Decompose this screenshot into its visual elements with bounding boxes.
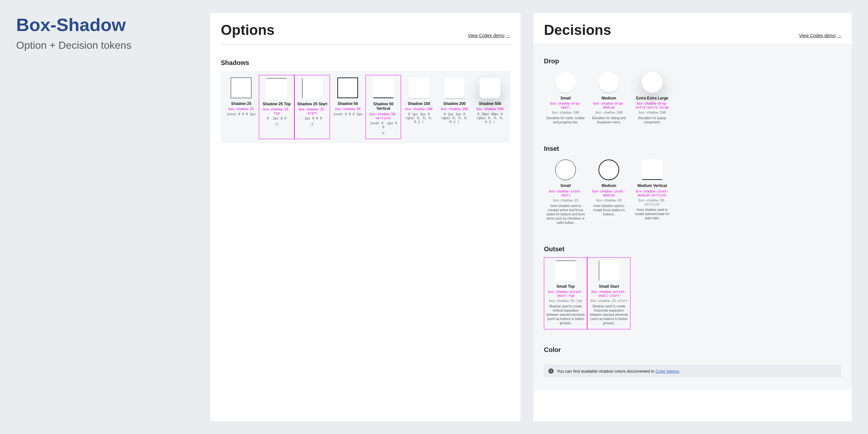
arrow-right-icon: → <box>837 33 841 38</box>
info-text-prefix: You can find available shadow colors doc… <box>557 369 655 374</box>
swatch-preview <box>555 72 576 93</box>
swatch-alias: box-shadow-50-vertical <box>632 199 672 206</box>
swatch-name: Shadow 500 <box>479 101 501 106</box>
swatch-preview <box>598 160 619 180</box>
outset-swatch-row: Small Top box-shadow-outset-small-top bo… <box>544 257 841 332</box>
swatch-value: inset 0 0 0 1px <box>226 112 256 116</box>
swatch-name: Medium <box>602 183 616 188</box>
swatch-value: 0 20px 48px 0 rgba( 0, 0, 0, 0.2 ) <box>474 112 506 124</box>
swatch-inset-small: Small box-shadow-inset-small box-shadow-… <box>544 157 587 228</box>
swatch-token: box-shadow-50 <box>335 107 360 111</box>
view-codex-demo-link[interactable]: View Codex demo → <box>799 33 841 38</box>
swatch-alias: box-shadow-25-top <box>549 299 582 303</box>
swatch-name: Shadow 100 <box>408 101 430 106</box>
swatch-name: Shadow 50 Vertical <box>368 102 399 111</box>
swatch-token: box-shadow-25 <box>228 107 254 111</box>
swatch-preview <box>598 260 619 281</box>
swatch-token: box-shadow-25-start <box>297 107 328 115</box>
swatch-preview <box>555 160 576 180</box>
drop-section-label: Drop <box>533 43 852 69</box>
swatch-value: 0 -1px 0 0 <box>267 116 286 121</box>
swatch-preview <box>231 77 251 98</box>
swatch-preview <box>373 78 394 99</box>
swatch-token: box-shadow-outset-small-start <box>589 290 628 298</box>
swatch-drop-medium: Medium box-shadow-drop-medium box-shadow… <box>587 69 630 128</box>
drop-swatch-row: Small box-shadow-drop-small box-shadow-1… <box>544 69 841 131</box>
codex-link-label: View Codex demo <box>468 33 504 38</box>
swatch-alias: box-shadow-25 <box>553 199 578 202</box>
swatch-description: Elevation for dialog and dropdown menu. <box>589 116 628 124</box>
shadows-section-label: Shadows <box>210 45 521 71</box>
swatch-preview <box>337 77 358 98</box>
options-heading: Options <box>221 22 274 38</box>
swatch-shadow-25: Shadow 25 box-shadow-25 inset 0 0 0 1px <box>223 75 259 139</box>
swatch-alias: box-shadow-25-start <box>590 299 627 303</box>
swatch-value: inset 0 0 0 2px <box>333 112 362 116</box>
swatch-preview <box>598 72 619 93</box>
swatch-name: Extra Extra Large <box>636 96 668 100</box>
swatch-value: 0 1px 1px 0 rgba( 0, 0, 0, 0.2 ) <box>403 112 435 124</box>
outset-section-label: Outset <box>533 231 852 257</box>
swatch-name: Small Top <box>556 284 575 289</box>
swatch-alias: box-shadow-50 <box>596 199 621 202</box>
swatch-description: Inner shadow used to create focus states… <box>589 204 628 216</box>
swatch-token: box-shadow-500 <box>476 107 503 111</box>
swatch-inset-medium-vertical: Medium Vertical box-shadow-inset-medium-… <box>630 157 674 228</box>
swatch-preview <box>302 78 322 99</box>
swatch-name: Shadow 25 <box>231 101 251 106</box>
swatch-name: Shadow 25 Start <box>297 102 328 106</box>
swatch-name: Shadow 200 <box>443 101 466 106</box>
swatch-value: inset 0 -2px 0 0 <box>368 122 399 129</box>
swatch-description: Inner shadow used to create selected sta… <box>632 208 672 220</box>
view-codex-demo-link[interactable]: View Codex demo → <box>468 33 510 38</box>
options-panel: Options View Codex demo → Shadows Shadow… <box>210 13 521 421</box>
swatch-outset-small-top: Small Top box-shadow-outset-small-top bo… <box>544 257 587 329</box>
swatch-name: Medium <box>602 96 616 100</box>
chip-icon: ▾ <box>310 122 314 126</box>
swatch-token: box-shadow-25-top <box>261 107 292 115</box>
swatch-drop-small: Small box-shadow-drop-small box-shadow-1… <box>544 69 587 128</box>
swatch-token: box-shadow-inset-medium <box>589 190 628 197</box>
swatch-value: -1px 0 0 0 <box>303 116 322 121</box>
swatch-token: box-shadow-drop-small <box>546 102 585 109</box>
swatch-alias: box-shadow-200 <box>595 111 622 114</box>
swatch-name: Small <box>560 96 571 100</box>
swatch-preview <box>642 72 662 93</box>
swatch-drop-xxl: Extra Extra Large box-shadow-drop-extra-… <box>630 69 674 128</box>
color-tokens-link[interactable]: Color tokens <box>656 369 679 374</box>
decisions-heading: Decisions <box>544 22 611 38</box>
title-block: Box-Shadow Option + Decision tokens <box>16 13 197 421</box>
chip-icon: ▾ <box>381 131 385 135</box>
swatch-preview <box>479 77 500 98</box>
page-title: Box-Shadow <box>16 15 197 35</box>
swatch-alias: box-shadow-500 <box>639 111 666 114</box>
swatch-description: Elevation for popup component. <box>632 116 672 124</box>
swatch-token: box-shadow-drop-extra-extra-large <box>632 102 672 109</box>
swatch-shadow-50-vertical: Shadow 50 Vertical box-shadow-50-vertica… <box>366 75 401 139</box>
inset-section-label: Inset <box>533 131 852 157</box>
swatch-description: Shadow used to create horizontal separat… <box>589 304 628 325</box>
swatch-name: Shadow 50 <box>338 101 358 106</box>
swatch-name: Small <box>560 183 571 188</box>
inset-swatch-row: Small box-shadow-inset-small box-shadow-… <box>544 157 841 231</box>
swatch-shadow-50: Shadow 50 box-shadow-50 inset 0 0 0 2px <box>330 75 366 139</box>
swatch-value: 0 2px 2px 0 rgba( 0, 0, 0, 0.2 ) <box>438 112 470 124</box>
chip-icon: ▾ <box>275 122 279 126</box>
swatch-description: Inner shadow used to created active and … <box>546 204 585 225</box>
decisions-panel: Decisions View Codex demo → Drop Small b… <box>533 13 852 421</box>
codex-link-label: View Codex demo <box>799 33 836 38</box>
swatch-preview <box>642 160 662 180</box>
swatch-preview <box>266 78 287 99</box>
swatch-shadow-100: Shadow 100 box-shadow-100 0 1px 1px 0 rg… <box>401 75 437 139</box>
page-subtitle: Option + Decision tokens <box>16 39 197 51</box>
shadows-swatch-row: Shadow 25 box-shadow-25 inset 0 0 0 1px … <box>221 71 510 143</box>
color-info-banner: i You can find available shadow colors d… <box>544 365 841 377</box>
color-section-label: Color <box>533 332 852 358</box>
swatch-preview <box>555 260 576 281</box>
swatch-token: box-shadow-outset-small-top <box>546 290 585 298</box>
info-text: You can find available shadow colors doc… <box>557 369 680 374</box>
swatch-shadow-25-top: Shadow 25 Top box-shadow-25-top 0 -1px 0… <box>259 75 294 139</box>
swatch-outset-small-start: Small Start box-shadow-outset-small-star… <box>587 257 630 329</box>
swatch-token: box-shadow-inset-medium-vertical <box>632 190 672 197</box>
arrow-right-icon: → <box>506 33 510 38</box>
